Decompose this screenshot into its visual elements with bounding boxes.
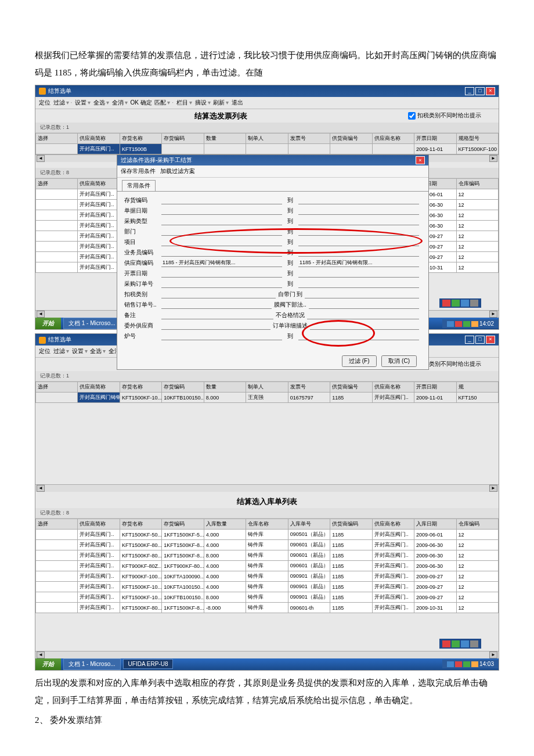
scroll-left-icon[interactable]: ◄ [37, 485, 45, 492]
filter-input[interactable] [161, 290, 276, 298]
cell: 4.000 [204, 530, 246, 540]
tb-refresh[interactable]: 刷新 [213, 99, 225, 106]
filter-input[interactable] [161, 332, 282, 340]
filter-button[interactable]: 过滤 (F) [342, 355, 377, 367]
close-icon[interactable]: × [486, 336, 495, 344]
cell: 开封高压阀门.. [78, 592, 120, 603]
filter-input[interactable] [161, 196, 282, 204]
minimize-icon[interactable]: _ [465, 336, 474, 344]
cell: 090601-th [288, 603, 330, 613]
tb-ok[interactable]: OK 确定 [130, 99, 151, 106]
filter-input[interactable] [161, 280, 282, 288]
cell: 4.000 [204, 571, 246, 582]
scroll-right-icon[interactable]: ► [489, 651, 497, 658]
tb-selectall[interactable]: 全选 [93, 99, 105, 106]
task-word[interactable]: 文档 1 - Microso... [63, 658, 121, 670]
cancel-button[interactable]: 取消 (C) [381, 355, 417, 367]
cell: 2009-09-27 [414, 592, 456, 603]
minimize-icon[interactable]: _ [465, 87, 474, 95]
col-header: 存货编码 [162, 134, 204, 144]
filter-input[interactable]: 1185 - 开封高压阀门铸钢有限... [161, 259, 282, 267]
tb-columns[interactable]: 栏目 [176, 99, 188, 106]
cell: KFT1500KF-50... [120, 530, 161, 540]
window-titlebar: 结算选单 _□× [35, 85, 499, 97]
filter-input[interactable] [161, 301, 272, 309]
window-title: 结算选单 [48, 88, 71, 94]
tray-icon [463, 321, 470, 327]
tb-summary[interactable]: 摘设 [195, 99, 207, 106]
col-header: 规格型号 [456, 134, 498, 144]
status-icon [470, 300, 478, 307]
scroll-left-icon[interactable]: ◄ [37, 155, 45, 162]
filter-input[interactable] [161, 269, 282, 278]
filter-input[interactable] [161, 217, 282, 225]
filter-input[interactable] [298, 280, 419, 288]
scroll-right-icon[interactable]: ► [489, 311, 497, 318]
window-buttons[interactable]: _□× [464, 336, 495, 344]
filter-input[interactable] [298, 217, 419, 225]
task-ufida[interactable]: UFIDA ERP-U8 [123, 659, 174, 669]
col-header: 选择 [36, 179, 78, 189]
tb-locate[interactable]: 定位 [39, 99, 50, 106]
filter-field-label: 部门 [124, 228, 159, 236]
filter-input[interactable] [298, 207, 419, 215]
cell: 090601（新品） [288, 540, 330, 550]
filter-input[interactable] [305, 290, 419, 298]
hscrollbar[interactable]: ◄► [35, 651, 499, 658]
hscrollbar[interactable]: ◄► [35, 484, 499, 492]
tray-clock: 14:02 [479, 321, 494, 327]
record-count: 记录总数：1 [35, 371, 499, 381]
filter-input[interactable] [161, 207, 282, 215]
cell: KFT1500KF-100 [456, 144, 498, 154]
cell: 090501（新品） [288, 530, 330, 540]
maximize-icon[interactable]: □ [475, 336, 485, 344]
cell: 12 [456, 221, 498, 231]
filter-input[interactable] [307, 311, 419, 319]
to-label: 到 [284, 332, 296, 340]
cell: 铸件库 [246, 561, 288, 571]
fd-tab-common[interactable]: 常用条件 [122, 180, 156, 191]
cell: 开封高压阀门.. [78, 262, 120, 273]
scroll-right-icon[interactable]: ► [489, 485, 497, 492]
cell [36, 200, 78, 210]
tray-icon [471, 661, 478, 667]
col-header: 制单人 [246, 382, 288, 393]
cell [36, 221, 78, 231]
filter-close-icon[interactable]: × [416, 156, 425, 164]
maximize-icon[interactable]: □ [475, 87, 485, 95]
tb-deselectall[interactable]: 全消 [112, 99, 124, 106]
fd-load-scheme[interactable]: 加载过滤方案 [160, 168, 195, 174]
scroll-left-icon[interactable]: ◄ [37, 311, 45, 318]
task-word[interactable]: 文档 1 - Microso... [63, 318, 121, 329]
tray-icon [455, 321, 462, 327]
fd-save-cond[interactable]: 保存常用条件 [121, 168, 156, 174]
scroll-left-icon[interactable]: ◄ [37, 651, 45, 658]
filter-field-label: 存货编码 [124, 196, 159, 204]
scroll-right-icon[interactable]: ► [489, 155, 497, 162]
tb-filter[interactable]: 过滤 [53, 99, 65, 106]
start-button[interactable]: 开始 [35, 318, 61, 329]
tb-match[interactable]: 匹配 [154, 99, 166, 106]
cell: 2009-09-27 [414, 571, 456, 582]
close-icon[interactable]: × [486, 87, 495, 95]
cell: 1185 [330, 540, 372, 550]
filter-input[interactable] [298, 269, 419, 278]
filter-input[interactable] [161, 311, 273, 319]
col-header: 供应商简称 [78, 179, 120, 189]
system-tray: 14:02 [442, 319, 499, 328]
tb-exit[interactable]: 退出 [232, 99, 243, 106]
start-button[interactable]: 开始 [35, 658, 61, 670]
filter-input[interactable] [298, 196, 419, 204]
window-buttons[interactable]: _□× [464, 87, 495, 95]
filter-input[interactable] [309, 301, 419, 309]
tb-settings[interactable]: 设置 [75, 99, 86, 106]
tax-prompt-checkbox[interactable]: 扣税类别不同时给出提示 [406, 110, 481, 121]
cell: 2009-11-01 [414, 393, 456, 403]
cell: 1185 [330, 592, 372, 603]
cell: 090901（新品） [288, 592, 330, 603]
filter-input[interactable] [161, 322, 270, 330]
cell: 开封高压阀门.. [78, 144, 120, 154]
tray-clock: 14:03 [479, 661, 494, 667]
cell: 10KFTB100150... [162, 592, 204, 603]
filter-input[interactable]: 1185 - 开封高压阀门铸钢有限... [298, 259, 419, 267]
